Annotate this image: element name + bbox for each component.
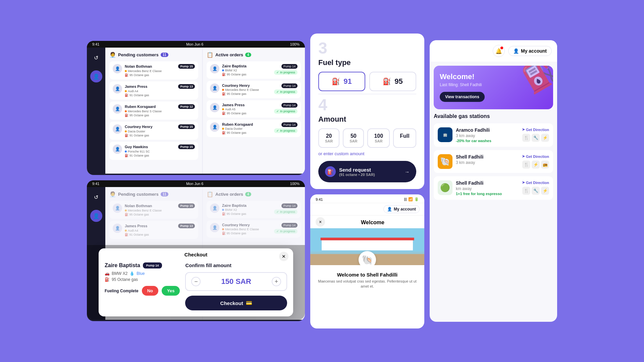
car-info: Mercedes Benz E Classe <box>222 88 271 92</box>
list-item: 👤 James Press Pump 13 Audi A4 ⛽ 91 Octan… <box>109 221 198 239</box>
stepper-plus-button[interactable]: + <box>272 277 281 286</box>
welcome-modal-header: × Welcome <box>310 216 424 228</box>
amenity-carwash: 🔧 <box>532 134 540 142</box>
tablet-content-top: ↺ 👤 🧑‍💼 Pending customers 11 👤 <box>87 48 305 174</box>
list-item: 👤 Courtney Henry Mercedes Benz E Classe … <box>207 220 301 238</box>
fueling-no-button[interactable]: No <box>142 286 158 296</box>
station-name: Welcome to Shell Fahdilli <box>310 265 424 279</box>
station-info: Shell Fadhili km away 1+1 free for long … <box>456 180 519 196</box>
checkout-close-button[interactable]: ✕ <box>279 252 288 261</box>
checkout-car: 🚗 BMW X2 💧 Blue <box>105 271 180 276</box>
pump-badge: Pump 14 <box>281 64 298 69</box>
car-info: Mercedes Benz S Classe <box>125 110 195 113</box>
order-right: Pump 14 ✓ In progress <box>274 122 298 133</box>
avatar: 👤 <box>210 203 219 213</box>
my-account-pill-button[interactable]: 👤 My account <box>508 46 552 56</box>
checkout-fuel: ⛽ 95 Octane gas <box>105 277 180 282</box>
list-item[interactable]: 👤 Courtney Henry Pump 15 Dacia Duster <box>109 122 198 140</box>
notification-bell-button[interactable]: 🔔 <box>493 45 505 57</box>
customer-name: James Press Pump 13 <box>125 84 195 89</box>
notification-dot <box>500 47 503 49</box>
station-card-shell[interactable]: 🐚 Shell Fadhili 3 km away ➤ Get Directio… <box>434 150 553 173</box>
fuel-value-95: 95 <box>394 77 402 86</box>
station-distance: km away <box>456 186 519 191</box>
wifi-icon: 📶 <box>408 197 413 201</box>
amount-step-row: 4 <box>318 97 416 114</box>
custom-amount-link[interactable]: custom amount <box>334 151 364 156</box>
checkout-confirm-button[interactable]: Checkout 💳 <box>185 296 287 310</box>
status-date: Mon Jun 6 <box>186 182 203 186</box>
list-item[interactable]: 👤 Ruben Korsgaard Pump 12 Mercedes Benz … <box>109 102 198 120</box>
amount-section: 4 Amount 20 SAR 50 SAR 100 SAR Full <box>318 97 416 182</box>
welcome-modal: 9:41 ||| 📶 🔋 👤 My account × Welcome <box>310 194 424 328</box>
station-amenities: 🍴 ⚡ 📻 <box>522 161 549 169</box>
amount-100-button[interactable]: 100 SAR <box>367 128 390 148</box>
sidebar-user-icon[interactable]: 👤 <box>90 70 102 82</box>
pump-badge: Pump 14 <box>281 103 298 108</box>
send-btn-left: ⛽ Send request (91 octane • 20 SAR) <box>325 166 375 177</box>
fuel-option-95[interactable]: ⛽ 95 <box>369 72 416 91</box>
direction-icon: ➤ <box>522 180 525 185</box>
send-btn-icon: ⛽ <box>325 166 336 177</box>
tablet-top: 9:41 Mon Jun 6 100% ↺ 👤 🧑‍💼 Pending cust… <box>87 41 305 175</box>
amount-50-button[interactable]: 50 SAR <box>343 128 364 148</box>
station-card-other[interactable]: 🟢 Shell Fadhili km away 1+1 free for lon… <box>434 176 553 200</box>
list-item: 👤 Zaire Baptista BMW X2 ⛽ 95 Octane gas … <box>207 201 301 218</box>
list-item[interactable]: 👤 Zaire Baptista BMW X2 ⛽ 95 O <box>207 61 301 79</box>
custom-amount-row: or enter custom amount <box>318 151 416 156</box>
amount-options: 20 SAR 50 SAR 100 SAR Full <box>318 128 416 148</box>
list-item: 👤 Nolan Bothman Pump 15 Mercedes Benz E … <box>109 201 198 219</box>
pending-panel: 🧑‍💼 Pending customers 11 👤 Nolan Bothman… <box>105 48 203 174</box>
fuel-info: ⛽ 95 Octane gas <box>222 92 271 96</box>
station-name: Shell Fadhili <box>456 154 519 160</box>
fuel-info: ⛽ 95 Octane gas <box>222 73 271 76</box>
sidebar-history-icon[interactable]: ↺ <box>90 52 102 64</box>
sidebar-history-icon-b[interactable]: ↺ <box>90 191 102 203</box>
get-direction-button[interactable]: ➤ Get Direction <box>522 154 549 159</box>
amount-full-button[interactable]: Full <box>393 128 416 148</box>
fuel-info: ⛽ 95 Octane gas <box>222 131 271 134</box>
list-item[interactable]: 👤 Nolan Bothman Pump 15 Mercedes Benz E … <box>109 61 198 79</box>
list-item[interactable]: 👤 Courtney Henry Mercedes Benz E Classe … <box>207 81 301 98</box>
station-right: ➤ Get Direction 🍴 🔧 ⚡ <box>522 127 549 142</box>
customer-info: Guy Hawkins Pump 15 Porsche 911 SC ⛽ 91 … <box>125 144 195 157</box>
list-item[interactable]: 👤 James Press Pump 13 Audi A4 <box>109 81 198 100</box>
get-direction-button[interactable]: ➤ Get Direction <box>522 180 549 185</box>
list-item[interactable]: 👤 Ruben Korsgaard Dacia Duster ⛽ <box>207 120 301 137</box>
status-date: Mon Jun 6 <box>186 42 203 46</box>
amenity-ev: ⚡ <box>541 187 549 195</box>
fuel-info: ⛽ 95 Octane gas <box>222 112 271 115</box>
station-card-aramco[interactable]: 🏢 Aramco Fadhili 3 km away -20% for car … <box>434 123 553 147</box>
customer-name: Courtney Henry Pump 15 <box>125 124 195 129</box>
welcome-station-image: 🐚 <box>310 228 424 265</box>
view-transactions-button[interactable]: View transactions <box>440 92 485 102</box>
list-item[interactable]: 👤 James Press Audi A5 ⛽ 95 Oct <box>207 100 301 118</box>
pump-badge: Pump 13 <box>178 84 195 89</box>
fuel-info: ⛽ 91 Octane gas <box>125 94 195 97</box>
modal-top-nav: 👤 My account <box>310 203 424 216</box>
station-name: Shell Fadhili <box>456 180 519 186</box>
sidebar-user-icon-b[interactable]: 👤 <box>90 210 102 222</box>
nozzle-decoration: ⛽ <box>517 66 553 97</box>
status-time: 9:41 <box>92 182 99 186</box>
list-item[interactable]: 👤 Guy Hawkins Pump 15 Porsche 911 SC <box>109 142 198 160</box>
status-bar-top: 9:41 Mon Jun 6 100% <box>87 41 305 48</box>
amenity-ev: ⚡ <box>541 134 549 142</box>
station-name: Aramco Fadhili <box>456 127 519 133</box>
fuel-options: ⛽ 91 ⛽ 95 <box>318 72 416 91</box>
fuel-option-91[interactable]: ⛽ 91 <box>318 72 365 91</box>
customer-name: Nolan Bothman Pump 15 <box>125 64 195 69</box>
pump-badge: Pump 15 <box>178 64 195 69</box>
status-battery: 100% <box>290 42 300 46</box>
amount-step-number: 4 <box>318 97 327 113</box>
my-account-button[interactable]: 👤 My account <box>383 205 420 213</box>
order-name: Zaire Baptista <box>222 64 271 68</box>
send-request-button[interactable]: ⛽ Send request (91 octane • 20 SAR) → <box>318 161 416 182</box>
battery-icon: 🔋 <box>414 197 419 201</box>
get-direction-button[interactable]: ➤ Get Direction <box>522 127 549 132</box>
amenity-other: 📻 <box>541 161 549 169</box>
fueling-yes-button[interactable]: Yes <box>162 286 180 296</box>
amount-20-button[interactable]: 20 SAR <box>318 128 339 148</box>
stepper-minus-button[interactable]: − <box>191 277 201 286</box>
welcome-close-button[interactable]: × <box>316 217 325 227</box>
